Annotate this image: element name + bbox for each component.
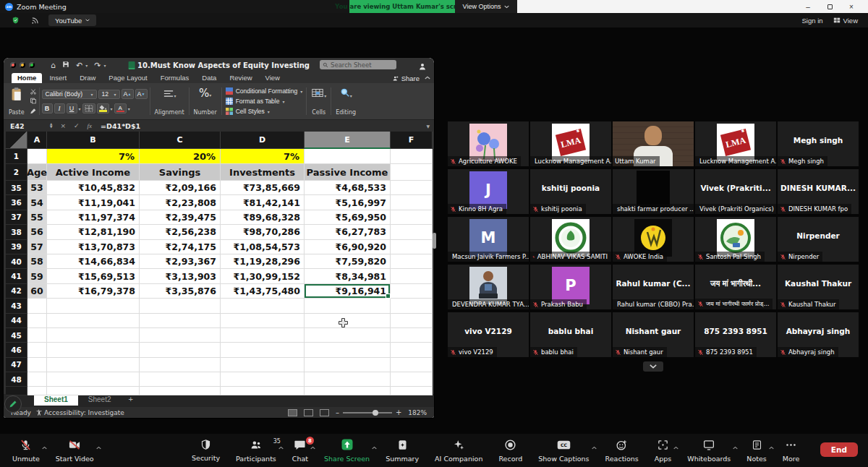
cell-A1[interactable] <box>27 149 47 164</box>
zoom-slider[interactable]: – + <box>336 408 401 416</box>
formula-bar-expand-icon[interactable]: ▼ <box>426 124 430 129</box>
search-input[interactable] <box>331 61 392 69</box>
cell-B37[interactable]: ₹11,97,374 <box>47 210 140 225</box>
cell-B36[interactable]: ₹11,19,041 <box>47 195 140 210</box>
cell-E43[interactable] <box>305 299 391 313</box>
zoom-in-icon[interactable]: + <box>396 408 401 416</box>
formula-input[interactable]: =D41*D$1 <box>101 122 140 130</box>
zoom-slider-thumb[interactable] <box>373 410 378 416</box>
cell-E44[interactable] <box>305 314 391 328</box>
col-header-A[interactable]: A <box>27 132 47 149</box>
row-header-44[interactable]: 44 <box>6 314 27 328</box>
cells-group-button[interactable]: ▾ Cells <box>307 85 330 117</box>
cell-F43[interactable] <box>391 299 433 313</box>
unmute-options-chevron[interactable] <box>42 443 47 451</box>
col-header-E[interactable]: E <box>305 132 391 149</box>
cell-D42[interactable]: ₹1,43,75,480 <box>221 284 305 299</box>
cell-C36[interactable]: ₹2,23,808 <box>140 195 221 210</box>
start-video-button[interactable]: Start Video <box>49 434 101 467</box>
tab-page-layout[interactable]: Page Layout <box>103 73 153 83</box>
share-scrollbar-handle[interactable] <box>433 233 436 249</box>
font-size-dropdown[interactable]: 12▾ <box>98 90 120 99</box>
cell-E41[interactable]: ₹8,34,981 <box>305 269 391 283</box>
tab-view[interactable]: View <box>260 73 286 83</box>
share-screen-options-chevron[interactable] <box>372 443 377 451</box>
cell-A37[interactable]: 55 <box>27 210 47 225</box>
cell-A45[interactable] <box>27 328 47 343</box>
participant-tile[interactable]: Agriculture AWOKE <box>448 121 529 166</box>
more-button[interactable]: More <box>776 434 807 467</box>
page-layout-view-button[interactable] <box>304 409 313 416</box>
cell-A43[interactable] <box>27 299 47 313</box>
fill-color-button[interactable] <box>97 103 109 113</box>
share-screen-button[interactable]: Share Screen <box>318 434 376 467</box>
cell-D46[interactable] <box>221 343 305 357</box>
cell-E1[interactable] <box>305 149 391 164</box>
cell-D39[interactable]: ₹1,08,54,573 <box>221 240 305 254</box>
zoom-percentage[interactable]: 182% <box>408 409 427 416</box>
cell-D36[interactable]: ₹81,42,141 <box>221 195 305 210</box>
accessibility-status[interactable]: Accessibility: Investigate <box>35 409 124 416</box>
cell-A2[interactable]: Age <box>27 164 47 181</box>
cell-F41[interactable] <box>391 269 433 283</box>
italic-button[interactable]: I <box>54 103 65 113</box>
cell-D44[interactable] <box>221 314 305 328</box>
apps-button[interactable]: Apps <box>648 434 678 467</box>
col-header-B[interactable]: B <box>47 132 140 149</box>
bold-button[interactable]: B <box>42 103 53 113</box>
cell-C37[interactable]: ₹2,39,475 <box>140 210 221 225</box>
cell-D47[interactable] <box>221 358 305 372</box>
cell-D45[interactable] <box>221 328 305 343</box>
row-header-1[interactable]: 1 <box>6 149 27 164</box>
cell-C38[interactable]: ₹2,56,238 <box>140 225 221 239</box>
select-all-corner[interactable] <box>6 132 27 149</box>
summary-button[interactable]: Summary <box>379 434 425 467</box>
participant-tile[interactable]: LMALucknow Management A... <box>695 121 776 166</box>
participant-tile[interactable]: kshitij pooniakshitij poonia <box>530 169 611 214</box>
cell-F2[interactable] <box>391 164 433 181</box>
cell-B35[interactable]: ₹10,45,832 <box>47 181 140 195</box>
participants-options-chevron[interactable] <box>278 443 284 451</box>
cell-E35[interactable]: ₹4,68,533 <box>305 181 391 195</box>
cell-A39[interactable]: 57 <box>27 240 47 254</box>
cut-button[interactable] <box>30 88 37 95</box>
cell-styles-button[interactable]: Cell Styles▾ <box>226 108 303 115</box>
home-icon[interactable]: ⌂ <box>51 61 56 70</box>
cell-F45[interactable] <box>391 328 433 343</box>
view-button[interactable]: View <box>833 17 858 25</box>
row-header-43[interactable]: 43 <box>6 299 27 313</box>
mac-zoom-button[interactable] <box>29 62 35 68</box>
cell-F40[interactable] <box>391 254 433 269</box>
start-video-options-chevron[interactable] <box>96 443 101 451</box>
font-name-dropdown[interactable]: Calibri (Body)▾ <box>42 90 97 99</box>
cell-E38[interactable]: ₹6,27,783 <box>305 225 391 239</box>
cell-C45[interactable] <box>140 328 221 343</box>
share-button[interactable]: Share <box>392 74 420 82</box>
participant-tile[interactable]: DEVENDRA KUMAR TYA... <box>448 265 529 309</box>
cell-B43[interactable] <box>47 299 140 313</box>
row-header-38[interactable]: 38 <box>6 225 27 239</box>
cell-F44[interactable] <box>391 314 433 328</box>
participant-tile[interactable]: Uttam Kumar <box>613 121 694 166</box>
cell-A40[interactable]: 58 <box>27 254 47 269</box>
chat-button[interactable]: Chat8 <box>286 434 315 467</box>
cell-C40[interactable]: ₹2,93,367 <box>140 254 221 269</box>
cell-C48[interactable] <box>140 372 221 387</box>
show-captions-options-chevron[interactable] <box>592 443 597 451</box>
cell-A42[interactable]: 60 <box>27 284 47 299</box>
show-captions-button[interactable]: CCShow Captions <box>532 434 595 467</box>
cell-C46[interactable] <box>140 343 221 357</box>
cell-F42[interactable] <box>391 284 433 299</box>
cell-F36[interactable] <box>391 195 433 210</box>
cell-B42[interactable]: ₹16,79,378 <box>47 284 140 299</box>
tab-draw[interactable]: Draw <box>74 73 101 83</box>
cell-A36[interactable]: 54 <box>27 195 47 210</box>
participant-tile[interactable]: Abhayraj singhAbhayraj singh <box>778 312 859 357</box>
col-header-D[interactable]: D <box>221 132 305 149</box>
participant-tile[interactable]: shakti farmar producer ... <box>613 169 694 214</box>
underline-button[interactable]: U <box>67 103 77 113</box>
cell-B47[interactable] <box>47 358 140 372</box>
confirm-entry-icon[interactable]: ✓ <box>74 122 80 129</box>
annotation-pencil-button[interactable] <box>4 395 22 413</box>
fill-dropdown-icon[interactable]: ▾ <box>111 106 113 111</box>
